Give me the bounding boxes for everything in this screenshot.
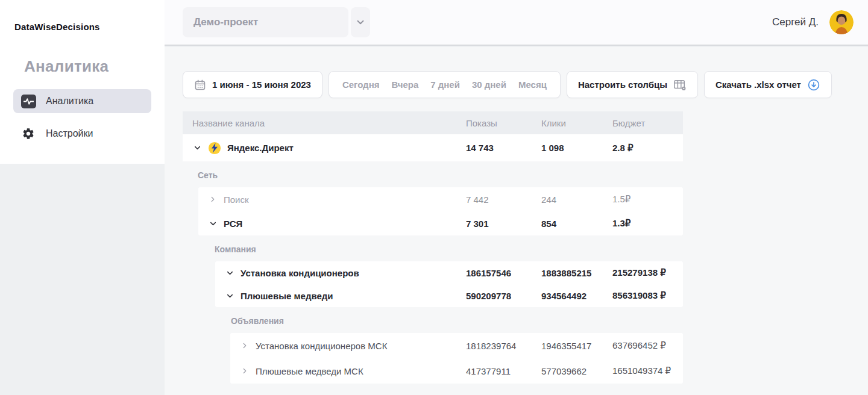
row-clicks: 1946355417 <box>541 341 612 351</box>
quick-range-today[interactable]: Сегодня <box>342 79 380 90</box>
row-clicks: 934564492 <box>541 291 612 301</box>
table-row-channel[interactable]: Яндекс.Директ 14 743 1 098 2.8 ₽ <box>183 134 683 161</box>
quick-range-30days[interactable]: 30 дней <box>472 79 506 90</box>
table-row[interactable]: Установка кондиционеров МСК 1818239764 1… <box>230 333 683 358</box>
project-select-input[interactable]: Демо-проект <box>183 7 348 37</box>
date-range-button[interactable]: 1 июня - 15 июня 2023 <box>183 71 322 98</box>
chevron-down-icon[interactable] <box>225 268 234 278</box>
row-clicks: 577039662 <box>541 366 612 376</box>
row-budget: 2.8 ₽ <box>612 143 683 154</box>
download-xlsx-button[interactable]: Скачать .xlsx отчет <box>704 71 832 98</box>
yandex-direct-logo-icon <box>208 142 221 155</box>
row-budget: 856319083 ₽ <box>612 290 683 301</box>
table-header: Название канала Показы Клики Бюджет <box>183 111 683 134</box>
row-budget: 1651049374 ₽ <box>612 365 683 376</box>
project-selector: Демо-проект <box>183 7 370 37</box>
toolbar: 1 июня - 15 июня 2023 Сегодня Вчера 7 дн… <box>183 71 868 98</box>
sidebar-section-title: Аналитика <box>24 57 165 76</box>
row-impressions: 7 442 <box>466 194 541 205</box>
section-card: Установка кондиционеров МСК 1818239764 1… <box>230 333 683 384</box>
channels-table: Название канала Показы Клики Бюджет Янде… <box>183 111 683 384</box>
row-clicks: 1883885215 <box>541 268 612 278</box>
table-row[interactable]: РСЯ 7 301 854 1.3₽ <box>198 211 683 235</box>
table-row[interactable]: Поиск 7 442 244 1.5₽ <box>198 187 683 211</box>
activity-icon <box>20 93 36 109</box>
row-label: Поиск <box>224 194 249 205</box>
section-label: Сеть <box>183 161 683 187</box>
chevron-down-icon[interactable] <box>208 219 218 228</box>
section-network: Сеть Поиск 7 442 244 1.5₽ РСЯ 7 <box>183 161 683 235</box>
row-clicks: 1 098 <box>541 143 612 153</box>
columns-settings-icon <box>673 79 687 91</box>
row-label: Установка кондиционеров МСК <box>256 341 387 351</box>
topbar: Демо-проект Сергей Д. <box>165 0 868 46</box>
chevron-right-icon[interactable] <box>240 341 250 350</box>
chevron-down-icon[interactable] <box>225 291 234 300</box>
column-header-budget: Бюджет <box>612 118 683 128</box>
row-budget: 215279138 ₽ <box>612 267 683 278</box>
row-label: Установка кондиционеров <box>241 268 359 278</box>
row-budget: 1.3₽ <box>612 218 683 229</box>
sidebar: DataWiseDecisions Аналитика Аналитика На… <box>0 0 165 164</box>
table-row[interactable]: Плюшевые медведи МСК 417377911 577039662… <box>230 358 683 384</box>
calendar-icon <box>194 79 206 91</box>
project-select-chevron-button[interactable] <box>351 7 370 37</box>
section-label: Компания <box>183 235 683 261</box>
sidebar-nav: Аналитика Настройки <box>0 89 165 146</box>
chevron-down-icon[interactable] <box>192 143 202 153</box>
row-impressions: 590209778 <box>466 291 541 301</box>
configure-columns-label: Настроить столбцы <box>578 79 667 90</box>
column-header-impressions: Показы <box>466 118 541 128</box>
date-range-label: 1 июня - 15 июня 2023 <box>212 79 311 90</box>
avatar[interactable] <box>829 10 854 34</box>
table-row[interactable]: Плюшевые медведи 590209778 934564492 856… <box>215 284 683 307</box>
quick-range-group: Сегодня Вчера 7 дней 30 дней Месяц <box>329 71 561 98</box>
row-impressions: 417377911 <box>466 366 541 376</box>
chevron-down-icon <box>355 17 366 28</box>
configure-columns-button[interactable]: Настроить столбцы <box>567 71 698 98</box>
gear-icon <box>20 126 36 142</box>
chevron-right-icon[interactable] <box>240 366 250 376</box>
column-header-channel: Название канала <box>183 118 466 128</box>
row-clicks: 854 <box>541 219 612 229</box>
quick-range-7days[interactable]: 7 дней <box>430 79 460 90</box>
quick-range-month[interactable]: Месяц <box>518 79 547 90</box>
brand-logo: DataWiseDecisions <box>0 0 165 32</box>
row-impressions: 7 301 <box>466 219 541 229</box>
column-header-clicks: Клики <box>541 118 612 128</box>
download-xlsx-label: Скачать .xlsx отчет <box>715 79 801 90</box>
download-circle-icon <box>807 78 820 92</box>
sidebar-item-settings[interactable]: Настройки <box>13 122 151 146</box>
quick-range-yesterday[interactable]: Вчера <box>391 79 418 90</box>
row-label: Плюшевые медведи МСК <box>256 366 363 376</box>
row-label: Плюшевые медведи <box>241 291 333 301</box>
row-impressions: 14 743 <box>466 143 541 153</box>
sidebar-item-label: Аналитика <box>46 96 93 107</box>
row-budget: 637696452 ₽ <box>612 340 683 351</box>
table-row[interactable]: Установка кондиционеров 186157546 188388… <box>215 261 683 284</box>
row-budget: 1.5₽ <box>612 194 683 205</box>
section-ads: Объявления Установка кондиционеров МСК 1… <box>183 307 683 384</box>
section-label: Объявления <box>183 307 683 333</box>
sidebar-item-analytics[interactable]: Аналитика <box>13 89 151 113</box>
row-impressions: 1818239764 <box>466 341 541 351</box>
row-clicks: 244 <box>541 194 612 205</box>
sidebar-item-label: Настройки <box>46 128 93 139</box>
section-card: Поиск 7 442 244 1.5₽ РСЯ 7 301 854 1.3₽ <box>198 187 683 235</box>
section-card: Установка кондиционеров 186157546 188388… <box>215 261 683 307</box>
section-campaign: Компания Установка кондиционеров 1861575… <box>183 235 683 307</box>
row-impressions: 186157546 <box>466 268 541 278</box>
row-label: Яндекс.Директ <box>227 143 294 153</box>
row-label: РСЯ <box>224 219 242 229</box>
user-name: Сергей Д. <box>772 16 819 28</box>
user-menu: Сергей Д. <box>772 10 854 34</box>
main-content: 1 июня - 15 июня 2023 Сегодня Вчера 7 дн… <box>165 47 868 395</box>
chevron-right-icon[interactable] <box>208 194 218 204</box>
